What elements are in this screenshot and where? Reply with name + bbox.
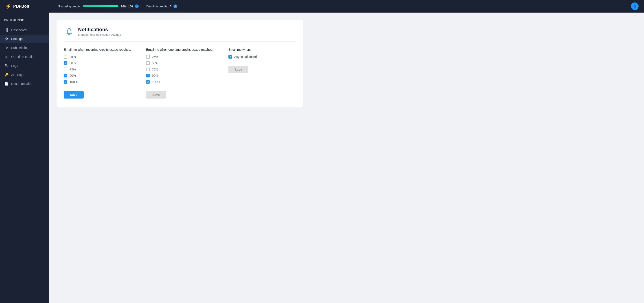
recurring-credits-count: 100 / 100 [121,5,133,8]
onetime-100-label: 100% [152,80,160,84]
logo-icon: ⚡ [6,3,12,9]
main-layout: Your plan: Free ▐ Dashboard ⚙ Settings ↻… [0,12,644,303]
logo-text: PDFBolt [13,4,29,9]
sidebar-item-label: Subscription [11,46,28,50]
user-avatar[interactable]: 👤 [631,2,638,10]
recurring-section-title: Email me when recurring credits usage re… [64,48,132,52]
notifications-subtitle: Manage Your notification settings [78,33,121,36]
recurring-50-label: 50% [70,61,76,65]
recurring-25-label: 25% [70,55,76,58]
recurring-90-checkbox[interactable] [64,74,67,78]
sidebar-item-label: Documentation [11,82,32,86]
onetime-90-checkbox[interactable] [146,74,150,78]
bell-icon-wrap [64,26,74,37]
recurring-credits-notif-section: Email me when recurring credits usage re… [64,48,139,98]
onetime-credits-info-icon[interactable]: i [174,4,177,8]
plan-label: Your plan: [4,18,16,21]
sidebar-item-subscription[interactable]: ↻ Subscription [0,44,49,52]
search-icon: 🔍 [4,64,8,68]
recurring-90-label: 90% [70,74,76,78]
recurring-90-row: 90% [64,74,132,78]
key-icon: 🔑 [4,73,8,77]
onetime-100-checkbox[interactable] [146,80,150,84]
sidebar-nav: ▐ Dashboard ⚙ Settings ↻ Subscription ◫ … [0,26,49,88]
sidebar-item-label: Dashboard [11,28,27,32]
svg-point-0 [69,28,70,29]
layers-icon: ◫ [4,55,8,59]
onetime-credits-notif-section: Email me when one-time credits usage rea… [139,48,221,98]
topbar-right: 👤 [631,2,638,10]
onetime-50-checkbox[interactable] [146,61,150,65]
plan-badge: Your plan: Free [0,16,49,26]
onetime-credits-label: One-time credits [146,5,167,8]
onetime-50-row: 50% [146,61,214,65]
onetime-credits-count: 0 [170,5,171,8]
notifications-card: Notifications Manage Your notification s… [56,20,304,106]
gear-icon: ⚙ [4,37,8,41]
bell-icon [65,28,73,36]
async-call-failed-row: Async call failed [228,55,296,58]
sidebar-item-label: Logs [11,64,18,68]
recurring-credits-progress-fill [82,6,118,7]
onetime-90-row: 90% [146,74,214,78]
refresh-icon: ↻ [4,46,8,50]
sidebar-item-label: API Keys [11,73,24,76]
async-call-failed-label: Async call failed [234,55,257,58]
recurring-75-label: 75% [70,68,76,71]
onetime-75-row: 75% [146,68,214,71]
topbar-left: ⚡ PDFBolt [6,3,55,9]
recurring-100-label: 100% [70,80,78,84]
recurring-100-checkbox[interactable] [64,80,67,84]
recurring-100-row: 100% [64,80,132,84]
onetime-75-label: 75% [152,68,158,71]
recurring-credits-info-icon[interactable]: i [135,4,139,8]
topbar: ⚡ PDFBolt Recurring credits 100 / 100 i … [0,0,644,12]
recurring-75-row: 75% [64,68,132,71]
onetime-75-checkbox[interactable] [146,68,150,71]
sidebar-item-label: Settings [11,37,23,40]
doc-external-icon: 📄 [4,82,8,86]
bar-chart-icon: ▐ [4,28,8,32]
sidebar-item-one-time-credits[interactable]: ◫ One-time credits [0,52,49,61]
async-save-button[interactable]: Save [228,66,248,74]
logo: ⚡ PDFBolt [6,3,29,9]
onetime-credits-section: One-time credits 0 i [146,4,177,8]
recurring-75-checkbox[interactable] [64,68,67,71]
recurring-25-checkbox[interactable] [64,55,67,58]
onetime-section-title: Email me when one-time credits usage rea… [146,48,214,52]
recurring-credits-progress-bar [82,6,118,7]
sidebar-item-settings[interactable]: ⚙ Settings [0,34,49,43]
recurring-50-row: 50% [64,61,132,65]
onetime-50-label: 50% [152,61,158,65]
sidebar-item-documentation[interactable]: 📄 Documentation [0,80,49,88]
topbar-center: Recurring credits 100 / 100 i One-time c… [55,4,631,8]
card-header: Notifications Manage Your notification s… [64,26,296,42]
sidebar-item-dashboard[interactable]: ▐ Dashboard [0,26,49,34]
recurring-50-checkbox[interactable] [64,61,67,65]
sidebar-item-logs[interactable]: 🔍 Logs [0,62,49,70]
onetime-save-button[interactable]: Save [146,91,166,98]
recurring-credits-section: Recurring credits 100 / 100 i [58,4,139,8]
onetime-90-label: 90% [152,74,158,78]
sidebar-item-api-keys[interactable]: 🔑 API Keys [0,70,49,79]
notifications-title: Notifications [78,27,121,32]
async-call-failed-checkbox[interactable] [228,55,232,58]
notification-sections: Email me when recurring credits usage re… [64,48,296,98]
async-section-title: Email me when: [228,48,296,52]
onetime-25-checkbox[interactable] [146,55,150,58]
card-title-wrap: Notifications Manage Your notification s… [78,27,121,36]
plan-name: Free [18,18,24,21]
recurring-25-row: 25% [64,55,132,58]
recurring-credits-label: Recurring credits [58,5,80,8]
sidebar: Your plan: Free ▐ Dashboard ⚙ Settings ↻… [0,12,49,303]
onetime-100-row: 100% [146,80,214,84]
recurring-save-button[interactable]: Save [64,91,84,98]
sidebar-item-label: One-time credits [11,55,34,58]
content: Notifications Manage Your notification s… [49,12,644,303]
onetime-25-label: 25% [152,55,158,58]
onetime-25-row: 25% [146,55,214,58]
async-notif-section: Email me when: Async call failed Save [221,48,296,98]
